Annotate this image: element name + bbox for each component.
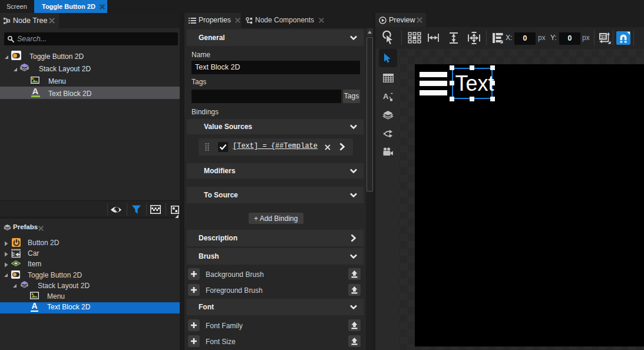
- svg-text:A: A: [383, 92, 389, 101]
